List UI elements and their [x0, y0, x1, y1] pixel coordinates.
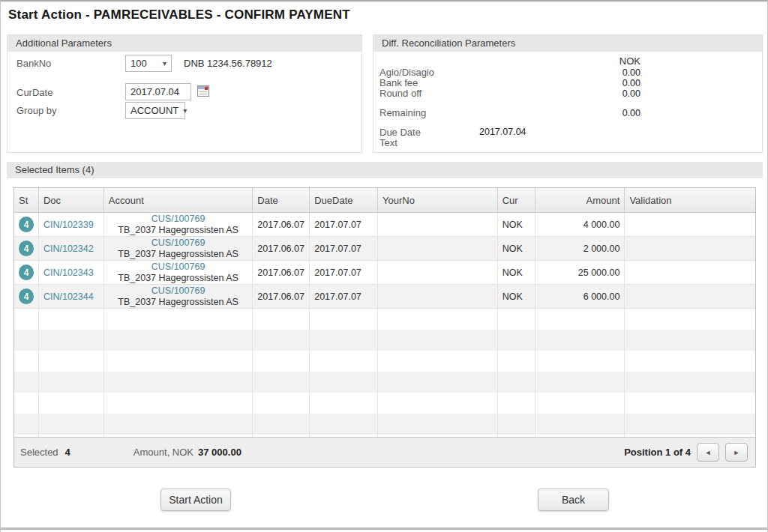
cur-cell: NOK: [498, 213, 536, 236]
col-header-cur[interactable]: Cur: [498, 188, 536, 212]
prev-page-button[interactable]: ◄: [697, 443, 719, 462]
duedate-cell: 2017.07.07: [310, 261, 378, 284]
table-row[interactable]: 4 CIN/102339 CUS/100769 TB_2037 Hagegros…: [14, 213, 755, 237]
validation-cell: [625, 237, 755, 260]
account-link[interactable]: CUS/100769: [152, 214, 206, 225]
chevron-down-icon: ▾: [163, 59, 166, 67]
col-header-date[interactable]: Date: [253, 188, 310, 212]
table-row[interactable]: 4 CIN/102342 CUS/100769 TB_2037 Hagegros…: [14, 237, 755, 261]
footer-amount-value: 37 000.00: [198, 447, 242, 458]
page-title: Start Action - PAMRECEIVABLES - CONFIRM …: [8, 7, 350, 22]
chevron-down-icon: ▾: [183, 106, 187, 115]
account-name: TB_2037 Hagegrossisten AS: [118, 297, 238, 308]
selected-label: Selected: [20, 447, 58, 458]
account-link[interactable]: CUS/100769: [152, 238, 206, 249]
date-cell: 2017.06.07: [253, 213, 310, 236]
bank-fee-label: Bank fee: [380, 77, 418, 88]
table-row[interactable]: 4 CIN/102344 CUS/100769 TB_2037 Hagegros…: [14, 285, 755, 309]
diff-reconciliation-header: Diff. Reconciliation Parameters: [374, 35, 762, 52]
account-link[interactable]: CUS/100769: [152, 285, 206, 297]
calendar-icon[interactable]: [197, 85, 209, 97]
amount-cell: 4 000.00: [536, 213, 626, 236]
account-link[interactable]: CUS/100769: [152, 262, 206, 273]
status-badge: 4: [19, 241, 34, 256]
doc-link[interactable]: CIN/102339: [44, 220, 94, 230]
curdate-label: CurDate: [16, 87, 52, 98]
calendar-icon-dot: [205, 87, 208, 90]
status-badge: 4: [19, 217, 34, 232]
arrow-right-icon: ►: [734, 449, 740, 456]
col-header-st[interactable]: St: [14, 188, 39, 212]
bankno-label: BankNo: [16, 58, 51, 69]
bank-account-text: DNB 1234.56.78912: [184, 58, 272, 69]
yourno-cell: [378, 213, 498, 236]
amount-cell: 25 000.00: [536, 261, 626, 284]
text-label: Text: [380, 137, 398, 148]
groupby-value: ACCOUNT: [130, 105, 178, 116]
remaining-value: 0.00: [479, 108, 640, 118]
diff-reconciliation-panel: Diff. Reconciliation Parameters NOK Agio…: [373, 34, 763, 153]
footer-amount-label: Amount, NOK: [134, 447, 194, 458]
duedate-cell: 2017.07.07: [310, 237, 378, 260]
selected-items-header: Selected Items (4): [7, 162, 763, 178]
selected-items-table: St Doc Account Date DueDate YourNo Cur A…: [14, 187, 756, 468]
yourno-cell: [378, 237, 498, 260]
duedate-cell: 2017.07.07: [310, 213, 378, 236]
date-cell: 2017.06.07: [253, 285, 310, 308]
groupby-label: Group by: [16, 105, 56, 116]
payment-confirm-page: Start Action - PAMRECEIVABLES - CONFIRM …: [0, 0, 768, 532]
col-header-validation[interactable]: Validation: [625, 188, 755, 212]
due-date-label: Due Date: [380, 127, 421, 138]
round-off-label: Round off: [380, 88, 422, 99]
table-footer: Selected 4 Amount, NOK 37 000.00 Positio…: [14, 437, 755, 467]
selected-count: 4: [65, 447, 70, 458]
col-header-yourno[interactable]: YourNo: [378, 188, 498, 212]
yourno-cell: [378, 285, 498, 308]
additional-parameters-panel: Additional Parameters BankNo 100 ▾ DNB 1…: [7, 34, 362, 153]
date-cell: 2017.06.07: [253, 237, 310, 260]
doc-link[interactable]: CIN/102344: [44, 291, 94, 302]
amount-cell: 6 000.00: [536, 285, 626, 308]
validation-cell: [625, 285, 755, 308]
status-badge: 4: [19, 265, 34, 280]
agio-disagio-label: Agio/Disagio: [380, 67, 434, 78]
table-header-row: St Doc Account Date DueDate YourNo Cur A…: [14, 188, 755, 213]
empty-rows-area: [14, 309, 755, 437]
yourno-cell: [378, 261, 498, 284]
start-action-button[interactable]: Start Action: [160, 489, 231, 511]
round-off-value: 0.00: [479, 88, 640, 99]
back-button[interactable]: Back: [538, 489, 609, 511]
account-name: TB_2037 Hagegrossisten AS: [118, 273, 238, 284]
groupby-dropdown[interactable]: ACCOUNT ▾: [125, 102, 185, 119]
bankno-value: 100: [130, 58, 147, 69]
col-header-amount[interactable]: Amount: [536, 188, 626, 212]
remaining-label: Remaining: [380, 107, 426, 118]
cur-cell: NOK: [498, 261, 536, 284]
doc-link[interactable]: CIN/102343: [44, 267, 94, 278]
date-cell: 2017.06.07: [253, 261, 310, 284]
next-page-button[interactable]: ►: [725, 443, 748, 462]
col-header-doc[interactable]: Doc: [39, 188, 104, 212]
bottom-divider: [1, 528, 767, 530]
doc-link[interactable]: CIN/102342: [44, 244, 94, 254]
position-text: Position 1 of 4: [624, 447, 691, 458]
bankno-dropdown[interactable]: 100 ▾: [125, 55, 172, 72]
validation-cell: [625, 213, 755, 236]
bank-fee-value: 0.00: [479, 78, 640, 88]
currency-header: NOK: [479, 55, 640, 67]
table-row[interactable]: 4 CIN/102343 CUS/100769 TB_2037 Hagegros…: [14, 261, 755, 285]
additional-parameters-header: Additional Parameters: [8, 35, 362, 52]
calendar-icon-grid: [200, 91, 207, 92]
account-name: TB_2037 Hagegrossisten AS: [118, 225, 238, 236]
status-badge: 4: [19, 288, 34, 304]
agio-disagio-value: 0.00: [479, 67, 640, 78]
cur-cell: NOK: [498, 285, 536, 308]
col-header-account[interactable]: Account: [104, 188, 254, 212]
due-date-value: 2017.07.04: [479, 127, 640, 137]
curdate-input[interactable]: [125, 83, 191, 100]
duedate-cell: 2017.07.07: [310, 285, 378, 308]
col-header-duedate[interactable]: DueDate: [310, 188, 378, 212]
cur-cell: NOK: [498, 237, 536, 260]
amount-cell: 2 000.00: [536, 237, 626, 260]
account-name: TB_2037 Hagegrossisten AS: [118, 249, 238, 260]
